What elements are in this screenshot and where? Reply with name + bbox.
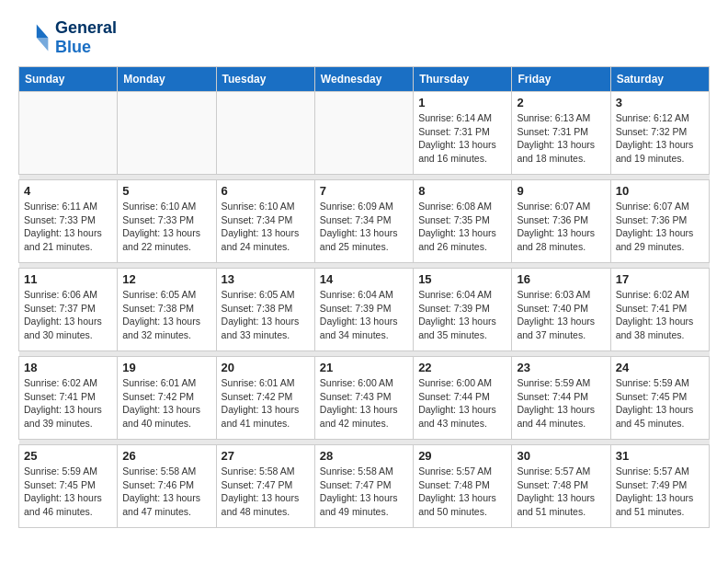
calendar-cell: 14Sunrise: 6:04 AMSunset: 7:39 PMDayligh… — [314, 269, 413, 351]
logo-text: General Blue — [55, 18, 117, 57]
day-info: Sunrise: 6:14 AMSunset: 7:31 PMDaylight:… — [418, 111, 506, 166]
day-info: Sunrise: 6:08 AMSunset: 7:35 PMDaylight:… — [418, 200, 506, 254]
day-info: Sunrise: 5:58 AMSunset: 7:47 PMDaylight:… — [320, 465, 408, 519]
calendar-cell: 8Sunrise: 6:08 AMSunset: 7:35 PMDaylight… — [414, 180, 512, 263]
day-info: Sunrise: 6:11 AMSunset: 7:33 PMDaylight:… — [24, 200, 112, 254]
calendar-week-1: 1Sunrise: 6:14 AMSunset: 7:31 PMDaylight… — [19, 92, 710, 175]
day-info: Sunrise: 6:10 AMSunset: 7:33 PMDaylight:… — [122, 200, 210, 254]
col-header-wednesday: Wednesday — [314, 67, 413, 92]
day-info: Sunrise: 5:57 AMSunset: 7:48 PMDaylight:… — [517, 465, 605, 519]
calendar-cell: 3Sunrise: 6:12 AMSunset: 7:32 PMDaylight… — [610, 92, 709, 175]
day-info: Sunrise: 6:01 AMSunset: 7:42 PMDaylight:… — [222, 376, 310, 431]
day-info: Sunrise: 6:03 AMSunset: 7:40 PMDaylight:… — [517, 288, 605, 342]
day-number: 23 — [517, 361, 605, 374]
day-number: 26 — [122, 449, 210, 463]
day-number: 25 — [24, 449, 112, 463]
calendar-cell: 31Sunrise: 5:57 AMSunset: 7:49 PMDayligh… — [610, 445, 709, 528]
calendar-cell — [314, 92, 413, 175]
day-info: Sunrise: 6:10 AMSunset: 7:34 PMDaylight:… — [222, 200, 310, 254]
col-header-sunday: Sunday — [19, 67, 118, 92]
calendar-cell: 9Sunrise: 6:07 AMSunset: 7:36 PMDaylight… — [512, 180, 610, 263]
day-number: 10 — [616, 184, 704, 198]
calendar-week-4: 18Sunrise: 6:02 AMSunset: 7:41 PMDayligh… — [19, 357, 710, 440]
day-info: Sunrise: 6:05 AMSunset: 7:38 PMDaylight:… — [122, 288, 210, 342]
calendar-cell: 29Sunrise: 5:57 AMSunset: 7:48 PMDayligh… — [414, 445, 512, 528]
calendar-cell: 28Sunrise: 5:58 AMSunset: 7:47 PMDayligh… — [314, 445, 413, 528]
calendar-cell: 15Sunrise: 6:04 AMSunset: 7:39 PMDayligh… — [414, 269, 512, 351]
day-info: Sunrise: 5:57 AMSunset: 7:48 PMDaylight:… — [418, 465, 506, 519]
calendar-cell: 27Sunrise: 5:58 AMSunset: 7:47 PMDayligh… — [216, 445, 314, 528]
day-info: Sunrise: 6:02 AMSunset: 7:41 PMDaylight:… — [24, 376, 112, 431]
calendar-cell: 23Sunrise: 5:59 AMSunset: 7:44 PMDayligh… — [512, 357, 610, 440]
calendar-cell: 10Sunrise: 6:07 AMSunset: 7:36 PMDayligh… — [610, 180, 709, 263]
calendar-cell: 17Sunrise: 6:02 AMSunset: 7:41 PMDayligh… — [610, 269, 709, 351]
day-info: Sunrise: 5:59 AMSunset: 7:44 PMDaylight:… — [517, 376, 605, 431]
calendar-cell: 2Sunrise: 6:13 AMSunset: 7:31 PMDaylight… — [512, 92, 610, 175]
svg-marker-1 — [37, 38, 49, 51]
day-number: 1 — [418, 96, 506, 109]
calendar-cell: 30Sunrise: 5:57 AMSunset: 7:48 PMDayligh… — [512, 445, 610, 528]
day-number: 13 — [222, 272, 310, 286]
day-info: Sunrise: 5:59 AMSunset: 7:45 PMDaylight:… — [616, 376, 704, 431]
calendar-cell: 26Sunrise: 5:58 AMSunset: 7:46 PMDayligh… — [118, 445, 216, 528]
col-header-thursday: Thursday — [414, 67, 512, 92]
day-info: Sunrise: 5:58 AMSunset: 7:46 PMDaylight:… — [122, 465, 210, 519]
day-info: Sunrise: 5:59 AMSunset: 7:45 PMDaylight:… — [24, 465, 112, 519]
day-number: 4 — [24, 184, 112, 198]
day-info: Sunrise: 6:05 AMSunset: 7:38 PMDaylight:… — [222, 288, 310, 342]
day-info: Sunrise: 6:00 AMSunset: 7:44 PMDaylight:… — [418, 376, 506, 431]
page-header: General Blue — [18, 18, 710, 57]
logo: General Blue — [18, 18, 117, 57]
calendar-cell — [216, 92, 314, 175]
calendar-cell: 25Sunrise: 5:59 AMSunset: 7:45 PMDayligh… — [19, 445, 118, 528]
day-number: 14 — [320, 272, 408, 286]
day-number: 22 — [418, 361, 506, 374]
calendar-cell: 6Sunrise: 6:10 AMSunset: 7:34 PMDaylight… — [216, 180, 314, 263]
day-info: Sunrise: 6:09 AMSunset: 7:34 PMDaylight:… — [320, 200, 408, 254]
day-number: 16 — [517, 272, 605, 286]
day-number: 31 — [616, 449, 704, 463]
day-number: 17 — [616, 272, 704, 286]
calendar-cell: 11Sunrise: 6:06 AMSunset: 7:37 PMDayligh… — [19, 269, 118, 351]
day-number: 7 — [320, 184, 408, 198]
svg-marker-0 — [37, 25, 49, 38]
calendar-cell: 13Sunrise: 6:05 AMSunset: 7:38 PMDayligh… — [216, 269, 314, 351]
calendar-week-2: 4Sunrise: 6:11 AMSunset: 7:33 PMDaylight… — [19, 180, 710, 263]
logo-icon — [18, 21, 51, 54]
day-info: Sunrise: 6:07 AMSunset: 7:36 PMDaylight:… — [517, 200, 605, 254]
day-number: 24 — [616, 361, 704, 374]
calendar-cell: 24Sunrise: 5:59 AMSunset: 7:45 PMDayligh… — [610, 357, 709, 440]
day-number: 18 — [24, 361, 112, 374]
calendar-cell: 21Sunrise: 6:00 AMSunset: 7:43 PMDayligh… — [314, 357, 413, 440]
day-info: Sunrise: 6:00 AMSunset: 7:43 PMDaylight:… — [320, 376, 408, 431]
calendar-cell: 19Sunrise: 6:01 AMSunset: 7:42 PMDayligh… — [118, 357, 216, 440]
calendar-cell: 18Sunrise: 6:02 AMSunset: 7:41 PMDayligh… — [19, 357, 118, 440]
calendar: SundayMondayTuesdayWednesdayThursdayFrid… — [18, 66, 710, 528]
day-info: Sunrise: 6:02 AMSunset: 7:41 PMDaylight:… — [616, 288, 704, 342]
day-info: Sunrise: 6:13 AMSunset: 7:31 PMDaylight:… — [517, 111, 605, 166]
calendar-header-row: SundayMondayTuesdayWednesdayThursdayFrid… — [19, 67, 710, 92]
calendar-cell: 7Sunrise: 6:09 AMSunset: 7:34 PMDaylight… — [314, 180, 413, 263]
day-info: Sunrise: 6:07 AMSunset: 7:36 PMDaylight:… — [616, 200, 704, 254]
day-number: 9 — [517, 184, 605, 198]
day-number: 5 — [122, 184, 210, 198]
calendar-week-5: 25Sunrise: 5:59 AMSunset: 7:45 PMDayligh… — [19, 445, 710, 528]
day-number: 6 — [222, 184, 310, 198]
day-info: Sunrise: 6:01 AMSunset: 7:42 PMDaylight:… — [122, 376, 210, 431]
calendar-cell: 5Sunrise: 6:10 AMSunset: 7:33 PMDaylight… — [118, 180, 216, 263]
calendar-cell: 1Sunrise: 6:14 AMSunset: 7:31 PMDaylight… — [414, 92, 512, 175]
day-number: 15 — [418, 272, 506, 286]
day-number: 27 — [222, 449, 310, 463]
day-number: 30 — [517, 449, 605, 463]
day-number: 2 — [517, 96, 605, 109]
calendar-cell: 16Sunrise: 6:03 AMSunset: 7:40 PMDayligh… — [512, 269, 610, 351]
day-info: Sunrise: 6:04 AMSunset: 7:39 PMDaylight:… — [320, 288, 408, 342]
day-number: 29 — [418, 449, 506, 463]
day-number: 28 — [320, 449, 408, 463]
day-number: 20 — [222, 361, 310, 374]
day-info: Sunrise: 5:57 AMSunset: 7:49 PMDaylight:… — [616, 465, 704, 519]
day-number: 3 — [616, 96, 704, 109]
col-header-tuesday: Tuesday — [216, 67, 314, 92]
calendar-cell: 22Sunrise: 6:00 AMSunset: 7:44 PMDayligh… — [414, 357, 512, 440]
col-header-monday: Monday — [118, 67, 216, 92]
